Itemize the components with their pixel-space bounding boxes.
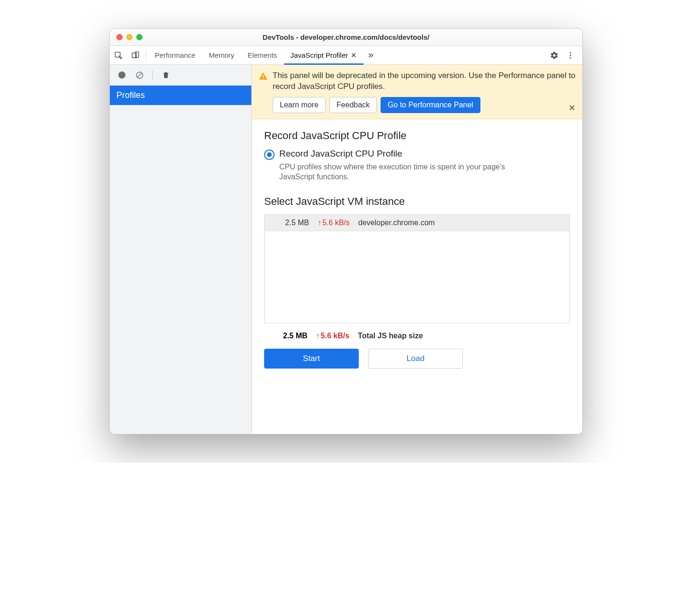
start-button[interactable]: Start bbox=[264, 349, 359, 369]
svg-point-3 bbox=[570, 52, 571, 53]
separator bbox=[152, 70, 153, 80]
tab-javascript-profiler[interactable]: JavaScript Profiler ✕ bbox=[284, 46, 364, 64]
radio-icon bbox=[264, 150, 275, 160]
tab-elements[interactable]: Elements bbox=[241, 46, 284, 64]
window-controls bbox=[116, 34, 142, 40]
delete-icon[interactable] bbox=[159, 68, 173, 82]
tab-label: JavaScript Profiler bbox=[291, 51, 348, 59]
total-heap-label: Total JS heap size bbox=[358, 332, 423, 340]
banner-text: This panel will be deprecated in the upc… bbox=[273, 70, 576, 92]
tab-performance[interactable]: Performance bbox=[148, 46, 202, 64]
svg-point-4 bbox=[570, 54, 571, 56]
inspect-element-icon[interactable] bbox=[110, 46, 127, 64]
svg-rect-1 bbox=[132, 53, 136, 58]
sidebar-item-profiles[interactable]: Profiles bbox=[110, 86, 251, 105]
feedback-button[interactable]: Feedback bbox=[329, 97, 377, 113]
minimize-window-button[interactable] bbox=[126, 34, 133, 40]
goto-performance-button[interactable]: Go to Performance Panel bbox=[381, 97, 480, 113]
sidebar: Profiles bbox=[110, 65, 252, 434]
tab-label: Memory bbox=[209, 51, 234, 59]
kebab-menu-icon[interactable] bbox=[562, 51, 578, 60]
clear-icon[interactable] bbox=[133, 68, 147, 82]
close-banner-icon[interactable]: ✕ bbox=[568, 103, 576, 113]
separator bbox=[146, 50, 146, 61]
more-tabs-icon[interactable] bbox=[364, 46, 378, 64]
deprecation-banner: This panel will be deprecated in the upc… bbox=[252, 65, 582, 119]
settings-icon[interactable] bbox=[546, 51, 562, 60]
profile-type-radio[interactable]: Record JavaScript CPU Profile bbox=[264, 149, 570, 160]
radio-description: CPU profiles show where the execution ti… bbox=[279, 162, 525, 182]
close-window-button[interactable] bbox=[116, 34, 123, 40]
vm-host: developer.chrome.com bbox=[358, 219, 435, 227]
tab-label: Elements bbox=[248, 51, 277, 59]
heap-totals: 2.5 MB ↑5.6 kB/s Total JS heap size bbox=[283, 332, 570, 340]
radio-label: Record JavaScript CPU Profile bbox=[279, 149, 402, 159]
maximize-window-button[interactable] bbox=[136, 34, 142, 40]
total-heap-size: 2.5 MB bbox=[283, 332, 308, 340]
close-tab-icon[interactable]: ✕ bbox=[351, 51, 357, 60]
panel-body: Record JavaScript CPU Profile Record Jav… bbox=[252, 119, 582, 379]
learn-more-button[interactable]: Learn more bbox=[273, 97, 326, 113]
sidebar-toolbar bbox=[110, 65, 251, 86]
vm-heading: Select JavaScript VM instance bbox=[264, 195, 570, 208]
arrow-up-icon: ↑ bbox=[316, 332, 320, 340]
titlebar: DevTools - developer.chrome.com/docs/dev… bbox=[110, 29, 582, 46]
svg-rect-8 bbox=[263, 75, 264, 78]
record-heading: Record JavaScript CPU Profile bbox=[264, 130, 570, 142]
window-title: DevTools - developer.chrome.com/docs/dev… bbox=[110, 33, 582, 41]
main-panel: This panel will be deprecated in the upc… bbox=[252, 65, 582, 434]
tab-label: Performance bbox=[155, 51, 195, 59]
vm-instance-row[interactable]: 2.5 MB ↑5.6 kB/s developer.chrome.com bbox=[265, 215, 569, 231]
device-toolbar-icon[interactable] bbox=[127, 46, 144, 64]
devtools-tabbar: Performance Memory Elements JavaScript P… bbox=[110, 46, 582, 65]
action-buttons: Start Load bbox=[264, 349, 570, 369]
tab-memory[interactable]: Memory bbox=[202, 46, 241, 64]
svg-point-5 bbox=[570, 57, 571, 58]
svg-line-7 bbox=[138, 73, 142, 77]
warning-icon bbox=[258, 71, 268, 81]
total-heap-rate: ↑5.6 kB/s bbox=[316, 332, 349, 340]
banner-body: This panel will be deprecated in the upc… bbox=[273, 70, 576, 113]
record-button[interactable] bbox=[115, 68, 129, 82]
tabbar-right bbox=[542, 46, 582, 64]
vm-heap-rate: ↑5.6 kB/s bbox=[318, 219, 350, 227]
arrow-up-icon: ↑ bbox=[318, 219, 321, 227]
content-area: Profiles This panel will be deprecated i… bbox=[110, 65, 582, 434]
vm-heap-size: 2.5 MB bbox=[271, 219, 309, 227]
sidebar-item-label: Profiles bbox=[116, 90, 145, 100]
svg-rect-9 bbox=[263, 78, 264, 79]
vm-instance-list: 2.5 MB ↑5.6 kB/s developer.chrome.com bbox=[264, 214, 570, 323]
devtools-window: DevTools - developer.chrome.com/docs/dev… bbox=[109, 28, 583, 434]
load-button[interactable]: Load bbox=[368, 349, 463, 369]
banner-actions: Learn more Feedback Go to Performance Pa… bbox=[273, 97, 576, 113]
